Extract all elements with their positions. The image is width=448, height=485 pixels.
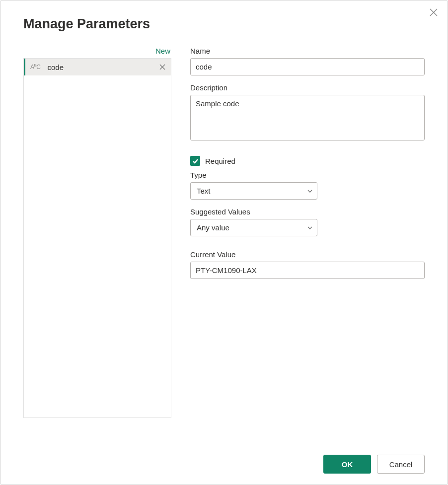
remove-parameter-icon[interactable] xyxy=(158,63,167,71)
required-label: Required xyxy=(205,157,235,165)
required-checkbox[interactable] xyxy=(190,156,200,166)
dialog-title: Manage Parameters xyxy=(0,0,448,32)
description-label: Description xyxy=(190,83,425,92)
close-icon[interactable] xyxy=(429,7,439,17)
cancel-button[interactable]: Cancel xyxy=(377,455,425,474)
text-type-icon: ABC xyxy=(30,64,41,70)
description-input[interactable]: Sample code xyxy=(190,95,425,140)
ok-button[interactable]: OK xyxy=(323,455,371,474)
current-value-input[interactable] xyxy=(190,262,425,279)
current-value-label: Current Value xyxy=(190,250,425,259)
parameter-list-item[interactable]: ABC code xyxy=(24,59,171,75)
parameter-form: Name Description Sample code Required Ty… xyxy=(190,47,425,418)
suggested-values-select[interactable]: Any value xyxy=(190,219,317,236)
parameter-list: ABC code xyxy=(23,58,171,418)
name-label: Name xyxy=(190,47,425,55)
parameter-list-pane: New ABC code xyxy=(23,47,171,418)
name-input[interactable] xyxy=(190,58,425,75)
type-label: Type xyxy=(190,171,425,179)
suggested-values-label: Suggested Values xyxy=(190,208,425,216)
type-select[interactable]: Text xyxy=(190,182,317,200)
parameter-item-name: code xyxy=(48,63,158,71)
new-parameter-link[interactable]: New xyxy=(23,47,171,58)
dialog-footer: OK Cancel xyxy=(323,455,425,474)
